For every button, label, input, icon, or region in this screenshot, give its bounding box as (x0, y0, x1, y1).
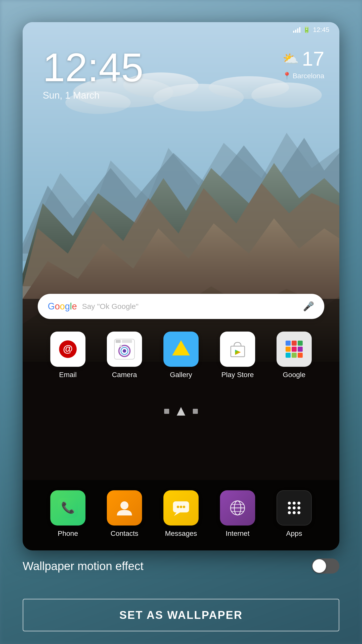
camera-icon (107, 332, 142, 367)
dock-item-apps[interactable]: Apps (269, 490, 319, 538)
gallery-label: Gallery (170, 371, 192, 379)
svg-rect-37 (286, 353, 291, 358)
svg-rect-36 (298, 347, 303, 352)
weather-icon: ⛅ (283, 51, 299, 67)
apps-icon (277, 490, 312, 526)
battery-icon: 🔋 (303, 26, 310, 33)
app-item-playstore[interactable]: Play Store (212, 332, 263, 379)
svg-rect-19 (116, 340, 121, 343)
status-icons: 🔋 12:45 (293, 26, 329, 34)
svg-point-61 (297, 511, 300, 514)
svg-text:📞: 📞 (61, 501, 75, 514)
dock-item-phone[interactable]: 📞 Phone (43, 490, 93, 538)
apps-label: Apps (286, 530, 302, 538)
dock-bar: 📞 Phone Contacts (23, 480, 339, 550)
svg-text:@: @ (63, 343, 73, 354)
messages-icon (163, 490, 199, 526)
nav-dots (23, 407, 339, 416)
status-time: 12:45 (313, 26, 329, 34)
set-wallpaper-button[interactable]: SET AS WALLPAPER (23, 599, 339, 631)
weather-temperature: 17 (302, 47, 324, 70)
email-icon: @ (50, 332, 85, 367)
weather-temp-row: ⛅ 17 (283, 47, 324, 70)
svg-point-5 (251, 83, 322, 108)
svg-point-46 (180, 506, 182, 508)
clock-time: 12:45 (43, 47, 143, 88)
google-folder-icon (277, 332, 312, 367)
svg-point-53 (288, 502, 291, 505)
internet-label: Internet (226, 530, 250, 538)
app-item-email[interactable]: @ Email (43, 332, 93, 379)
wallpaper-motion-toggle[interactable] (312, 558, 339, 574)
svg-rect-20 (122, 340, 132, 343)
nav-home-button[interactable] (177, 407, 185, 416)
svg-point-45 (177, 506, 179, 508)
phone-wallpaper (23, 22, 339, 550)
svg-point-24 (119, 345, 122, 347)
app-item-camera[interactable]: Camera (99, 332, 150, 379)
wallpaper-motion-row: Wallpaper motion effect (23, 558, 339, 574)
gallery-icon (163, 332, 199, 367)
dock-item-messages[interactable]: Messages (156, 490, 206, 538)
svg-rect-32 (292, 341, 297, 346)
svg-point-57 (293, 506, 296, 509)
search-placeholder[interactable]: Say "Ok Google" (82, 302, 303, 311)
phone-icon: 📞 (50, 490, 85, 526)
signal-icon (293, 27, 300, 33)
svg-marker-44 (174, 512, 180, 516)
svg-point-60 (293, 511, 296, 514)
bottom-section: Wallpaper motion effect SET AS WALLPAPER (0, 548, 362, 644)
app-item-google[interactable]: Google (269, 332, 319, 379)
phone-label: Phone (58, 530, 78, 538)
svg-point-23 (123, 349, 126, 353)
playstore-label: Play Store (221, 371, 254, 379)
weather-city: Barcelona (293, 72, 324, 80)
svg-rect-31 (286, 341, 291, 346)
dock-item-contacts[interactable]: Contacts (99, 490, 150, 538)
svg-point-42 (120, 501, 128, 509)
svg-point-56 (288, 506, 291, 509)
svg-point-58 (297, 506, 300, 509)
phone-frame: 🔋 12:45 12:45 Sun, 1 March ⛅ 17 📍 Barcel… (23, 22, 339, 550)
svg-rect-38 (292, 353, 297, 358)
wallpaper-motion-label: Wallpaper motion effect (23, 559, 144, 573)
email-label: Email (59, 371, 77, 379)
weather-widget: ⛅ 17 📍 Barcelona (283, 47, 324, 80)
svg-point-59 (288, 511, 291, 514)
mountain-illustration (23, 22, 339, 550)
status-bar: 🔋 12:45 (23, 22, 339, 37)
main-app-grid: @ Email Camera (38, 332, 324, 379)
dock-item-internet[interactable]: Internet (212, 490, 263, 538)
svg-rect-39 (298, 353, 303, 358)
weather-location: 📍 Barcelona (283, 72, 324, 80)
playstore-icon (220, 332, 255, 367)
svg-point-54 (293, 502, 296, 505)
toggle-knob (312, 559, 326, 573)
svg-rect-34 (286, 347, 291, 352)
google-label: Google (283, 371, 305, 379)
clock-section: 12:45 Sun, 1 March (43, 47, 143, 101)
svg-rect-33 (298, 341, 303, 346)
search-bar[interactable]: Google Say "Ok Google" 🎤 (38, 294, 324, 319)
app-item-gallery[interactable]: Gallery (156, 332, 206, 379)
location-pin-icon: 📍 (283, 72, 291, 80)
messages-label: Messages (165, 530, 197, 538)
internet-icon (220, 490, 255, 526)
google-logo: Google (48, 301, 77, 312)
contacts-icon (107, 490, 142, 526)
svg-point-47 (183, 506, 185, 508)
nav-dot-right[interactable] (193, 409, 198, 414)
contacts-label: Contacts (111, 530, 139, 538)
svg-point-55 (297, 502, 300, 505)
nav-dot-left[interactable] (164, 409, 169, 414)
camera-label: Camera (112, 371, 137, 379)
svg-rect-35 (292, 347, 297, 352)
clock-date: Sun, 1 March (43, 90, 143, 101)
microphone-icon[interactable]: 🎤 (303, 301, 314, 312)
